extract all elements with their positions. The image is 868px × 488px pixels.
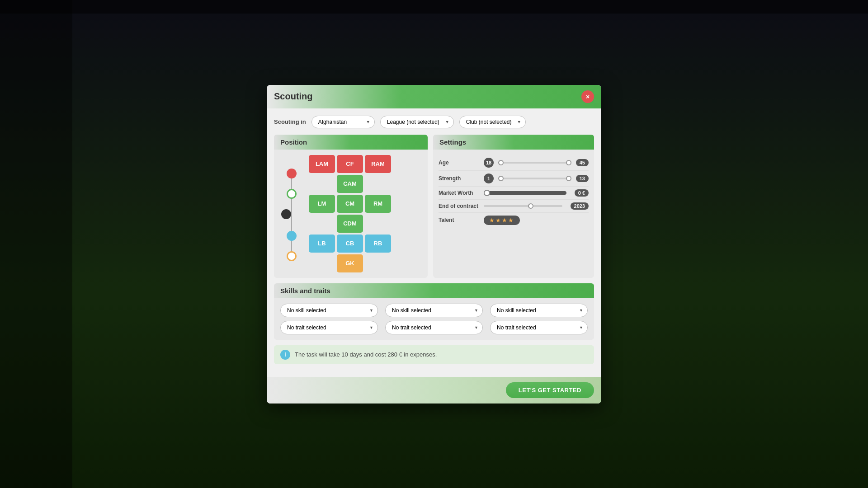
skill1-dropdown[interactable]: No skill selected [280,304,378,317]
skill3-dropdown[interactable]: No skill selected [490,304,588,317]
club-dropdown-wrap: Club (not selected) [459,116,526,128]
pos-empty-5 [309,254,335,272]
info-icon: i [280,350,290,360]
strength-label: Strength [439,175,479,182]
club-dropdown[interactable]: Club (not selected) [459,116,526,128]
scouting-modal: Scouting × Scouting in Afghanistan Leagu… [267,85,601,404]
league-dropdown-wrap: League (not selected) [380,116,454,128]
trait3-wrap: No trait selected [490,321,588,334]
pos-empty-4 [365,215,391,233]
scouting-in-label: Scouting in [274,118,306,125]
start-button[interactable]: LET'S GET STARTED [506,382,594,398]
modal-backdrop: Scouting × Scouting in Afghanistan Leagu… [0,0,868,488]
pos-cdm[interactable]: CDM [337,215,363,233]
skills-header: Skills and traits [274,283,594,298]
contract-value: 2023 [571,202,589,210]
info-bar: i The task will take 10 days and cost 28… [274,345,594,364]
age-min-badge: 18 [484,158,494,168]
position-grid: LAM CF RAM CAM LM CM RM [309,155,391,272]
market-worth-value: 0 € [575,189,589,197]
dot-orange[interactable] [287,251,297,261]
modal-title: Scouting [274,91,313,102]
trait1-dropdown[interactable]: No trait selected [280,321,378,334]
pos-empty-1 [309,175,335,193]
skills-panel: Skills and traits No skill selected No s… [274,283,594,340]
age-track[interactable] [498,162,571,164]
market-thumb [484,190,490,196]
settings-panel: Settings Age 18 45 [433,135,594,278]
dot-red[interactable] [287,169,297,178]
settings-body: Age 18 45 Strength 1 [433,150,594,233]
modal-body: Scouting in Afghanistan League (not sele… [267,108,601,377]
position-header: Position [274,135,428,150]
skill1-wrap: No skill selected [280,304,378,317]
strength-row: Strength 1 13 [439,171,589,187]
trait2-wrap: No trait selected [385,321,483,334]
strength-max-badge: 13 [576,175,589,182]
trait2-dropdown[interactable]: No trait selected [385,321,483,334]
pos-lm[interactable]: LM [309,195,335,213]
pos-gk[interactable]: GK [337,254,363,272]
age-max-badge: 45 [576,159,589,166]
position-panel: Position [274,135,428,278]
pos-empty-6 [365,254,391,272]
dot-black[interactable] [281,209,291,219]
pos-ram[interactable]: RAM [365,155,391,173]
pos-rm[interactable]: RM [365,195,391,213]
league-dropdown[interactable]: League (not selected) [380,116,454,128]
age-label: Age [439,160,479,166]
scouting-in-row: Scouting in Afghanistan League (not sele… [274,116,594,128]
pos-cam[interactable]: CAM [337,175,363,193]
pos-empty-2 [365,175,391,193]
position-content: LAM CF RAM CAM LM CM RM [279,155,422,272]
skill2-wrap: No skill selected [385,304,483,317]
skills-body: No skill selected No skill selected No s… [274,298,594,340]
contract-label: End of contract [439,203,479,209]
strength-min-badge: 1 [484,174,494,183]
settings-header: Settings [433,135,594,150]
country-dropdown[interactable]: Afghanistan [311,116,375,128]
age-row: Age 18 45 [439,155,589,171]
modal-titlebar: Scouting × [267,85,601,108]
pos-lam[interactable]: LAM [309,155,335,173]
trait3-dropdown[interactable]: No trait selected [490,321,588,334]
talent-row: Talent ★★★★ [439,213,589,228]
pos-empty-3 [309,215,335,233]
market-worth-label: Market Worth [439,190,479,196]
close-button[interactable]: × [581,90,594,103]
market-worth-row: Market Worth 0 € [439,187,589,200]
info-text: The task will take 10 days and cost 280 … [295,351,437,358]
talent-stars[interactable]: ★★★★ [484,216,520,225]
pos-lb[interactable]: LB [309,235,335,253]
skill2-dropdown[interactable]: No skill selected [385,304,483,317]
dot-blue[interactable] [287,231,297,241]
main-columns: Position [274,135,594,278]
pos-cb[interactable]: CB [337,235,363,253]
pos-rb[interactable]: RB [365,235,391,253]
dot-green[interactable] [287,189,297,199]
modal-footer: LET'S GET STARTED [267,377,601,404]
talent-label: Talent [439,217,479,223]
contract-row: End of contract 2023 [439,200,589,213]
contract-track[interactable] [484,205,562,207]
pos-cm[interactable]: CM [337,195,363,213]
pos-cf[interactable]: CF [337,155,363,173]
strength-track[interactable] [498,178,571,179]
position-body: LAM CF RAM CAM LM CM RM [274,150,428,278]
position-diagram [279,164,304,263]
skill3-wrap: No skill selected [490,304,588,317]
market-worth-track[interactable] [484,191,566,195]
trait1-wrap: No trait selected [280,321,378,334]
country-dropdown-wrap: Afghanistan [311,116,375,128]
